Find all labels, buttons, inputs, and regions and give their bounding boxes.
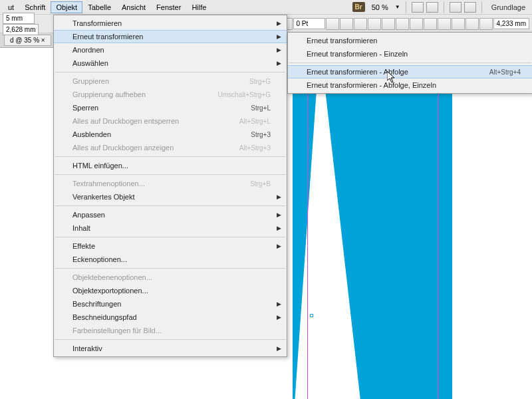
ctrl-icon[interactable] [326, 18, 339, 30]
menu-item-label: Objektebenenoptionen... [72, 273, 271, 281]
submenu-item-erneut-transformieren-einzeln[interactable]: Erneut transformieren - Einzeln [288, 47, 532, 61]
submenu-arrow-icon: ▶ [277, 314, 281, 321]
menu-item-ausblenden[interactable]: AusblendenStrg+3 [54, 128, 287, 141]
menu-item-verankertes-objekt[interactable]: Verankertes Objekt▶ [54, 190, 287, 203]
menu-item-eckenoptionen[interactable]: Eckenoptionen... [54, 253, 287, 266]
menu-item-label: Interaktiv [72, 344, 271, 352]
chevron-down-icon[interactable]: ▼ [395, 4, 400, 10]
guide-vertical[interactable] [438, 48, 438, 399]
submenu-item-erneut-transformieren[interactable]: Erneut transformieren [288, 34, 532, 47]
menu-item-erneut-transformieren[interactable]: Erneut transformieren▶ [54, 30, 287, 43]
right-measure-field[interactable]: 4,233 mm [493, 18, 529, 29]
submenu-arrow-icon: ▶ [277, 33, 281, 40]
menu-separator [289, 63, 531, 63]
menu-item-effekte[interactable]: Effekte▶ [54, 239, 287, 253]
submenu-arrow-icon: ▶ [277, 243, 281, 249]
screen-mode-icon[interactable] [426, 2, 438, 13]
coord-y-field[interactable]: 2,628 mm [3, 24, 39, 35]
menu-shortcut: Strg+3 [251, 131, 271, 138]
menu-item-hilfe[interactable]: Hilfe [186, 1, 211, 13]
menu-item-beschneidungspfad[interactable]: Beschneidungspfad▶ [54, 311, 287, 324]
menu-item-sperren[interactable]: SperrenStrg+L [54, 101, 287, 114]
menu-shortcut: Strg+L [251, 104, 271, 112]
coord-group: 5 mm 2,628 mm [3, 13, 39, 35]
menu-item-objektebenenoptionen: Objektebenenoptionen... [54, 271, 287, 284]
menu-item-beschriftungen[interactable]: Beschriftungen▶ [54, 297, 287, 311]
submenu-item-erneut-transformieren-abfolge-einzeln[interactable]: Erneut transformieren - Abfolge, Einzeln [288, 78, 532, 92]
menu-item-transformieren[interactable]: Transformieren▶ [54, 17, 287, 30]
menu-item-interaktiv[interactable]: Interaktiv▶ [54, 342, 287, 355]
menu-item-label: Erneut transformieren [72, 33, 271, 41]
menu-item-alles-auf-druckbogen-anzeigen: Alles auf Druckbogen anzeigenAlt+Strg+3 [54, 141, 287, 154]
menu-item-objektexportoptionen[interactable]: Objektexportoptionen... [54, 284, 287, 297]
workspace-selector[interactable]: Grundlage [487, 3, 529, 11]
menu-item-ansicht[interactable]: Ansicht [116, 1, 151, 13]
menu-separator [55, 268, 285, 269]
menu-item-objekt[interactable]: Objekt [51, 1, 82, 13]
guide-vertical[interactable] [307, 48, 308, 399]
menu-item-ausw-hlen[interactable]: Auswählen▶ [54, 57, 287, 70]
divider [406, 1, 406, 13]
ctrl-icon[interactable] [424, 18, 437, 30]
ctrl-icon[interactable] [340, 18, 353, 30]
menu-item-label: Gruppierung aufheben [72, 90, 218, 98]
menu-item-anordnen[interactable]: Anordnen▶ [54, 43, 287, 57]
ctrl-icon[interactable] [479, 18, 493, 30]
menu-item-label: Ausblenden [72, 130, 251, 138]
coord-x-field[interactable]: 5 mm [3, 13, 35, 24]
ctrl-icon[interactable] [466, 18, 479, 30]
stroke-weight-field[interactable]: 0 Pt [293, 18, 325, 29]
ctrl-icon[interactable] [368, 18, 381, 30]
selection-handle[interactable] [310, 314, 313, 317]
menubar: ut Schrift Objekt Tabelle Ansicht Fenste… [0, 0, 532, 15]
ctrl-icon[interactable] [382, 18, 395, 30]
menu-item-label: Anpassen [72, 211, 271, 219]
menu-item-inhalt[interactable]: Inhalt▶ [54, 221, 287, 235]
menu-item-gruppieren: GruppierenStrg+G [54, 74, 287, 88]
divider [444, 1, 444, 13]
objekt-menu-dropdown: Transformieren▶Erneut transformieren▶Ano… [53, 15, 287, 357]
menu-item-alles-auf-druckbogen-entsperren: Alles auf Druckbogen entsperrenAlt+Strg+… [54, 114, 287, 128]
ctrl-icon[interactable] [354, 18, 367, 30]
menu-item-label: Verankertes Objekt [72, 193, 271, 201]
shape-object[interactable] [293, 43, 452, 399]
submenu-arrow-icon: ▶ [277, 225, 281, 231]
submenu-item-label: Erneut transformieren [307, 37, 521, 45]
submenu-item-erneut-transformieren-abfolge[interactable]: Erneut transformieren - AbfolgeAlt+Strg+… [288, 65, 532, 78]
ctrl-icon[interactable] [410, 18, 423, 30]
menu-item-tabelle[interactable]: Tabelle [82, 1, 116, 13]
menu-item-fenster[interactable]: Fenster [151, 1, 186, 13]
menu-item-layout[interactable]: ut [3, 1, 19, 13]
menu-item-html-einf-gen[interactable]: HTML einfügen... [54, 159, 287, 172]
zoom-level[interactable]: 50 % [368, 3, 392, 11]
ctrl-icon[interactable] [452, 18, 465, 30]
arrange-icon[interactable] [450, 2, 462, 13]
menu-item-schrift[interactable]: Schrift [19, 1, 51, 13]
menu-shortcut: Umschalt+Strg+G [218, 91, 271, 98]
submenu-arrow-icon: ▶ [277, 345, 281, 352]
menu-item-label: Sperren [72, 104, 251, 112]
ctrl-icon[interactable] [438, 18, 451, 30]
menu-item-label: Farbeinstellungen für Bild... [72, 327, 271, 334]
menu-item-label: HTML einfügen... [72, 162, 271, 170]
bridge-icon[interactable]: Br [352, 2, 365, 12]
document-tab[interactable]: d @ 35 % × [4, 35, 51, 46]
menu-separator [55, 174, 285, 175]
menu-item-anpassen[interactable]: Anpassen▶ [54, 208, 287, 221]
layout-icon[interactable] [464, 2, 476, 13]
menu-item-label: Beschneidungspfad [72, 313, 271, 321]
menu-item-label: Alles auf Druckbogen entsperren [72, 117, 239, 125]
menu-item-label: Transformieren [72, 19, 271, 27]
menubar-right: Br 50 % ▼ Grundlage [352, 1, 530, 13]
divider [481, 1, 482, 13]
menu-separator [55, 237, 285, 237]
menu-item-label: Auswählen [72, 59, 271, 67]
ctrl-icon[interactable] [396, 18, 409, 30]
view-mode-icon[interactable] [412, 2, 424, 13]
menu-item-label: Inhalt [72, 224, 271, 232]
submenu-arrow-icon: ▶ [277, 60, 281, 66]
submenu-item-label: Erneut transformieren - Abfolge, Einzeln [307, 81, 521, 89]
menu-item-label: Textrahmenoptionen... [72, 180, 250, 188]
submenu-arrow-icon: ▶ [277, 20, 281, 27]
menu-item-farbeinstellungen-f-r-bild: Farbeinstellungen für Bild... [54, 324, 287, 337]
